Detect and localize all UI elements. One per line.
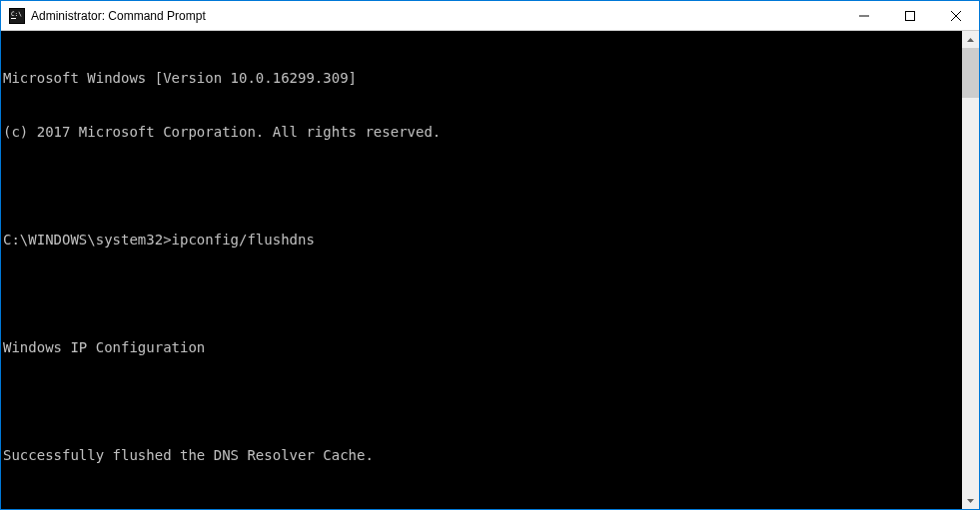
console-line: (c) 2017 Microsoft Corporation. All righ…	[3, 123, 962, 141]
console-area: Microsoft Windows [Version 10.0.16299.30…	[1, 31, 979, 509]
titlebar: C:\ Administrator: Command Prompt	[1, 1, 979, 31]
svg-rect-3	[11, 18, 16, 19]
console-line	[3, 392, 962, 410]
console-line	[3, 284, 962, 302]
svg-marker-8	[967, 38, 974, 42]
scroll-up-button[interactable]	[962, 31, 979, 48]
console-line	[3, 500, 962, 509]
console-line	[3, 177, 962, 195]
console-output[interactable]: Microsoft Windows [Version 10.0.16299.30…	[1, 31, 962, 509]
svg-marker-9	[967, 499, 974, 503]
minimize-button[interactable]	[841, 1, 887, 30]
svg-rect-5	[906, 11, 915, 20]
vertical-scrollbar[interactable]	[962, 31, 979, 509]
window-controls	[841, 1, 979, 30]
console-line: Windows IP Configuration	[3, 338, 962, 356]
scroll-track[interactable]	[962, 48, 979, 492]
maximize-button[interactable]	[887, 1, 933, 30]
console-line: C:\WINDOWS\system32>ipconfig/flushdns	[3, 231, 962, 249]
scroll-down-button[interactable]	[962, 492, 979, 509]
console-line: Microsoft Windows [Version 10.0.16299.30…	[3, 69, 962, 87]
scroll-thumb[interactable]	[962, 48, 979, 98]
close-button[interactable]	[933, 1, 979, 30]
svg-text:C:\: C:\	[11, 10, 22, 17]
console-line: Successfully flushed the DNS Resolver Ca…	[3, 446, 962, 464]
window-title: Administrator: Command Prompt	[31, 9, 841, 23]
cmd-icon: C:\	[9, 8, 25, 24]
